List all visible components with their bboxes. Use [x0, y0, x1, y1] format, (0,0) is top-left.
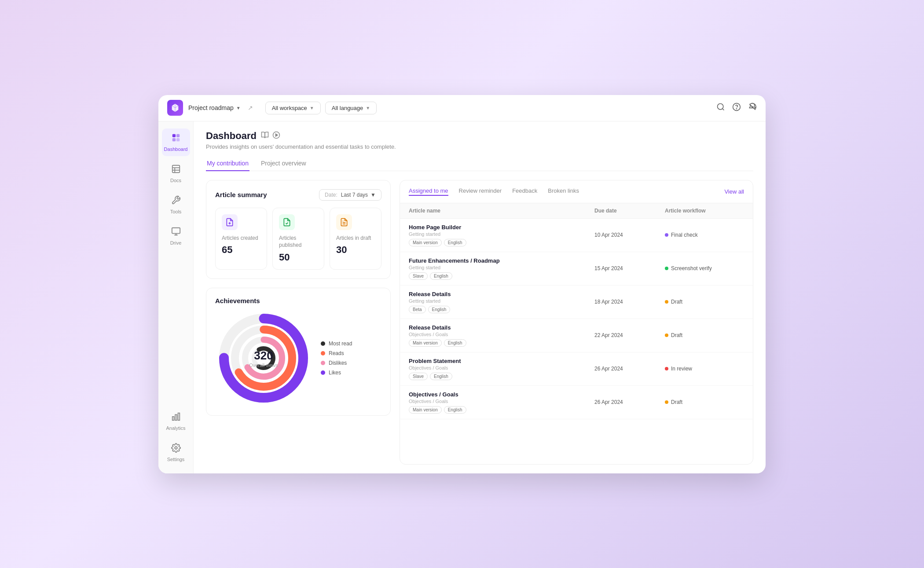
article-tags-3: Main versionEnglish	[409, 339, 594, 347]
article-tag: Main version	[409, 339, 442, 347]
stat-icon-published	[279, 214, 295, 230]
main-layout: Dashboard Docs Tools Drive	[158, 121, 766, 473]
notifications-icon[interactable]	[748, 103, 757, 114]
article-tag: English	[430, 272, 452, 280]
article-name-5: Objectives / Goals	[409, 391, 594, 398]
drive-icon	[171, 227, 181, 238]
sidebar-label-analytics: Analytics	[166, 425, 185, 431]
table-row[interactable]: Future Enhancements / Roadmap Getting st…	[400, 252, 753, 286]
top-bar-filters: All workspace ▼ All language ▼	[265, 102, 377, 114]
article-tags-1: SlaveEnglish	[409, 272, 594, 280]
legend-most-read: Most read	[321, 341, 352, 347]
legend-dot-likes	[321, 370, 325, 375]
table-row[interactable]: Objectives / Goals Objectives / Goals Ma…	[400, 386, 753, 419]
article-workflow-0: Final check	[665, 232, 744, 238]
article-tags-4: SlaveEnglish	[409, 373, 594, 380]
docs-icon	[171, 164, 181, 176]
article-due-date-5: 26 Apr 2024	[594, 399, 665, 405]
language-dropdown-arrow: ▼	[366, 106, 370, 110]
sidebar-label-tools: Tools	[170, 209, 182, 214]
sidebar-item-analytics[interactable]: Analytics	[162, 407, 190, 435]
article-tag: Main version	[409, 239, 442, 246]
stat-label-draft: Articles in draft	[336, 235, 375, 242]
table-row[interactable]: Home Page Builder Getting started Main v…	[400, 219, 753, 252]
stat-card-published: Articles published 50	[272, 208, 324, 270]
article-workflow-4: In review	[665, 366, 744, 372]
article-section-2: Getting started	[409, 298, 594, 304]
workspace-filter[interactable]: All workspace ▼	[265, 102, 321, 114]
workflow-dot-1	[665, 267, 668, 270]
tab-my-contribution[interactable]: My contribution	[206, 156, 249, 171]
svg-rect-14	[178, 413, 180, 420]
workflow-dot-0	[665, 233, 668, 237]
article-section-0: Getting started	[409, 231, 594, 237]
sidebar-item-docs[interactable]: Docs	[162, 160, 190, 187]
dashboard-icon	[171, 133, 181, 145]
achievements-title: Achievements	[215, 297, 381, 304]
project-name[interactable]: Project roadmap ▼	[188, 104, 241, 111]
page-subtitle: Provides insights on users' documentatio…	[206, 143, 753, 150]
workflow-dot-4	[665, 367, 668, 370]
article-tag: English	[444, 239, 466, 246]
date-filter-btn[interactable]: Date: Last 7 days ▼	[319, 189, 381, 201]
workflow-dot-5	[665, 400, 668, 404]
tab-assigned-to-me[interactable]: Assigned to me	[409, 187, 448, 196]
svg-rect-7	[172, 165, 180, 172]
svg-rect-6	[176, 138, 179, 141]
tab-feedback[interactable]: Feedback	[512, 187, 537, 196]
tab-broken-links[interactable]: Broken links	[548, 187, 579, 196]
analytics-icon	[171, 412, 181, 424]
article-due-date-0: 10 Apr 2024	[594, 232, 665, 238]
stat-value-draft: 30	[336, 244, 375, 256]
article-summary-card: Article summary Date: Last 7 days ▼	[206, 180, 391, 279]
sidebar-item-dashboard[interactable]: Dashboard	[162, 128, 190, 156]
date-dropdown-arrow: ▼	[370, 192, 376, 198]
article-tag: Beta	[409, 306, 426, 313]
article-info: Objectives / Goals Objectives / Goals Ma…	[409, 391, 594, 414]
app-logo	[167, 100, 183, 116]
help-icon[interactable]	[732, 103, 741, 114]
tab-project-overview[interactable]: Project overview	[260, 156, 307, 171]
stat-label-created: Articles created	[222, 235, 260, 242]
article-workflow-2: Draft	[665, 299, 744, 305]
sidebar-item-drive[interactable]: Drive	[162, 222, 190, 250]
article-summary-title: Article summary	[215, 191, 267, 198]
article-section-5: Objectives / Goals	[409, 399, 594, 404]
tab-review-reminder[interactable]: Review reminder	[459, 187, 502, 196]
article-info: Problem Statement Objectives / Goals Sla…	[409, 358, 594, 380]
stats-grid: Articles created 65 Articles published 5…	[215, 208, 381, 270]
language-filter[interactable]: All language ▼	[325, 102, 377, 114]
donut-section: 320 Overall views Most read	[215, 310, 381, 407]
project-dropdown-arrow: ▼	[236, 106, 241, 110]
svg-rect-13	[175, 414, 177, 420]
svg-rect-4	[176, 134, 179, 137]
svg-point-0	[718, 103, 723, 109]
donut-chart: 320 Overall views	[215, 310, 312, 407]
svg-point-15	[175, 447, 177, 449]
workspace-dropdown-arrow: ▼	[310, 106, 314, 110]
table-row[interactable]: Release Details Objectives / Goals Main …	[400, 319, 753, 352]
legend-reads: Reads	[321, 350, 352, 356]
external-link-icon[interactable]: ↗	[248, 104, 253, 111]
play-icon[interactable]	[272, 131, 280, 141]
sidebar-item-tools[interactable]: Tools	[162, 191, 190, 219]
donut-center: 320 Overall views	[249, 349, 278, 368]
date-value: Last 7 days	[341, 192, 368, 198]
article-name-2: Release Details	[409, 291, 594, 297]
book-icon[interactable]	[261, 131, 269, 141]
view-all-link[interactable]: View all	[724, 188, 744, 195]
page-title-icons	[261, 131, 280, 141]
table-row[interactable]: Release Details Getting started BetaEngl…	[400, 286, 753, 319]
search-icon[interactable]	[716, 103, 725, 114]
article-section-1: Getting started	[409, 265, 594, 270]
svg-rect-3	[172, 134, 175, 137]
stat-label-published: Articles published	[279, 235, 318, 249]
stat-card-created: Articles created 65	[215, 208, 267, 270]
article-name-3: Release Details	[409, 324, 594, 331]
table-row[interactable]: Problem Statement Objectives / Goals Sla…	[400, 352, 753, 386]
sidebar: Dashboard Docs Tools Drive	[158, 121, 194, 473]
sidebar-item-settings[interactable]: Settings	[162, 439, 190, 466]
article-info: Release Details Objectives / Goals Main …	[409, 324, 594, 347]
article-tag: Slave	[409, 272, 428, 280]
page-title-row: Dashboard	[206, 130, 753, 142]
